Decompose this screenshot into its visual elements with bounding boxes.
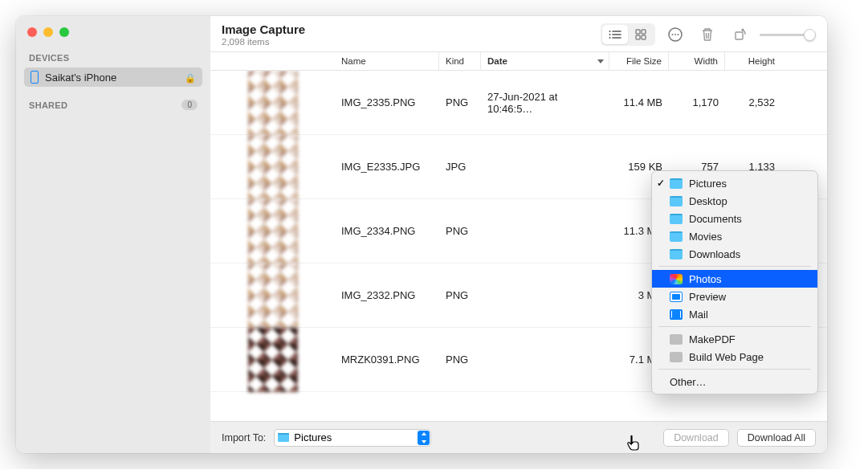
menu-item-mail[interactable]: Mail xyxy=(652,305,817,323)
list-icon xyxy=(609,30,621,39)
folder-icon xyxy=(278,433,289,442)
svg-point-3 xyxy=(609,31,611,32)
name-cell: IMG_2334.PNG xyxy=(335,225,439,237)
download-button[interactable]: Download xyxy=(663,429,729,447)
import-to-select[interactable]: Pictures xyxy=(274,429,431,447)
column-header-row: Name Kind Date File Size Width Height xyxy=(210,51,827,71)
zoom-handle[interactable] xyxy=(804,29,816,41)
menu-item-photos[interactable]: Photos xyxy=(652,270,817,288)
menu-item-label: Photos xyxy=(689,273,721,285)
close-window-button[interactable] xyxy=(27,27,37,37)
rotate-button[interactable] xyxy=(727,24,752,45)
phone-icon xyxy=(31,71,39,84)
menu-item-label: Mail xyxy=(689,309,708,321)
grid-view-button[interactable] xyxy=(628,25,654,44)
download-all-button[interactable]: Download All xyxy=(737,429,816,447)
menu-item-label: MakePDF xyxy=(689,333,736,345)
lock-icon xyxy=(185,72,196,84)
svg-rect-16 xyxy=(736,32,743,39)
grid-icon xyxy=(635,29,646,40)
column-thumbnail[interactable] xyxy=(210,52,335,70)
view-toggle xyxy=(601,23,655,46)
menu-item-label: Pictures xyxy=(689,178,727,190)
bottom-toolbar: Import To: Pictures Download Download Al… xyxy=(210,421,827,453)
name-cell: IMG_2332.PNG xyxy=(335,289,439,301)
menu-item-label: Documents xyxy=(689,213,742,225)
ellipsis-circle-icon xyxy=(667,27,683,43)
menu-item-label: Preview xyxy=(689,291,726,303)
import-destination-menu: PicturesDesktopDocumentsMoviesDownloadsP… xyxy=(651,170,818,394)
preview-icon xyxy=(670,292,683,302)
trash-icon xyxy=(701,27,714,42)
import-to-value: Pictures xyxy=(294,431,332,443)
svg-point-4 xyxy=(609,34,611,35)
list-view-button[interactable] xyxy=(602,25,628,44)
column-height[interactable]: Height xyxy=(725,52,781,70)
more-options-button[interactable] xyxy=(663,24,687,45)
photos-icon xyxy=(670,274,683,284)
menu-item-pictures[interactable]: Pictures xyxy=(652,174,817,192)
select-stepper-icon xyxy=(418,431,430,445)
menu-item-label: Desktop xyxy=(689,195,727,207)
thumbnail-cell xyxy=(210,71,335,135)
grey-icon xyxy=(670,352,683,362)
folder-icon xyxy=(670,214,683,224)
column-kind[interactable]: Kind xyxy=(439,52,481,70)
main-pane: Image Capture 2,098 items xyxy=(210,16,827,453)
thumbnail-cell xyxy=(210,328,335,392)
svg-point-13 xyxy=(678,34,679,35)
menu-item-downloads[interactable]: Downloads xyxy=(652,245,817,263)
import-to-label: Import To: xyxy=(222,432,266,443)
minimize-window-button[interactable] xyxy=(43,27,53,37)
folder-icon xyxy=(670,249,683,259)
device-name: Saikat's iPhone xyxy=(45,72,178,84)
delete-button[interactable] xyxy=(695,24,719,45)
menu-item-movies[interactable]: Movies xyxy=(652,227,817,245)
window-controls xyxy=(16,24,210,48)
kind-cell: PNG xyxy=(439,225,481,237)
menu-item-desktop[interactable]: Desktop xyxy=(652,192,817,210)
menu-item-label: Other… xyxy=(670,376,707,388)
table-row[interactable]: IMG_2335.PNG PNG 27-Jun-2021 at 10:46:5…… xyxy=(210,71,827,135)
height-cell: 2,532 xyxy=(725,96,781,108)
mail-icon xyxy=(670,309,683,320)
item-count: 2,098 items xyxy=(222,37,593,47)
name-cell: IMG_E2335.JPG xyxy=(335,161,439,173)
thumbnail-image xyxy=(248,71,298,135)
thumbnail-image xyxy=(248,135,298,199)
svg-point-5 xyxy=(609,37,611,39)
kind-cell: PNG xyxy=(439,289,481,301)
width-cell: 1,170 xyxy=(669,96,725,108)
folder-icon xyxy=(670,231,683,242)
thumbnail-cell xyxy=(210,199,335,264)
svg-point-11 xyxy=(672,34,674,35)
thumbnail-cell xyxy=(210,264,335,328)
toolbar: Image Capture 2,098 items xyxy=(210,16,827,51)
zoom-window-button[interactable] xyxy=(59,27,69,37)
thumbnail-zoom-slider[interactable] xyxy=(760,34,816,36)
name-cell: MRZK0391.PNG xyxy=(335,353,439,366)
column-date[interactable]: Date xyxy=(481,52,609,70)
menu-item-documents[interactable]: Documents xyxy=(652,210,817,227)
svg-rect-7 xyxy=(642,30,646,34)
thumbnail-cell xyxy=(210,135,335,199)
name-cell: IMG_2335.PNG xyxy=(335,96,439,108)
device-item[interactable]: Saikat's iPhone xyxy=(24,67,202,87)
image-capture-window: DEVICES Saikat's iPhone SHARED 0 Image C… xyxy=(16,16,827,453)
menu-item-preview[interactable]: Preview xyxy=(652,288,817,305)
column-name[interactable]: Name xyxy=(335,52,439,70)
date-cell: 27-Jun-2021 at 10:46:5… xyxy=(481,91,609,115)
thumbnail-image xyxy=(248,328,298,392)
sidebar: DEVICES Saikat's iPhone SHARED 0 xyxy=(16,16,210,453)
menu-item-makepdf[interactable]: MakePDF xyxy=(652,330,817,348)
menu-item-build-web-page[interactable]: Build Web Page xyxy=(652,348,817,366)
svg-rect-8 xyxy=(636,35,640,39)
menu-item-label: Downloads xyxy=(689,248,740,260)
kind-cell: JPG xyxy=(439,161,481,173)
column-size[interactable]: File Size xyxy=(609,52,669,70)
menu-item-other[interactable]: Other… xyxy=(652,373,817,390)
kind-cell: PNG xyxy=(439,353,481,366)
folder-icon xyxy=(670,196,683,206)
folder-icon xyxy=(670,178,683,189)
column-width[interactable]: Width xyxy=(669,52,725,70)
